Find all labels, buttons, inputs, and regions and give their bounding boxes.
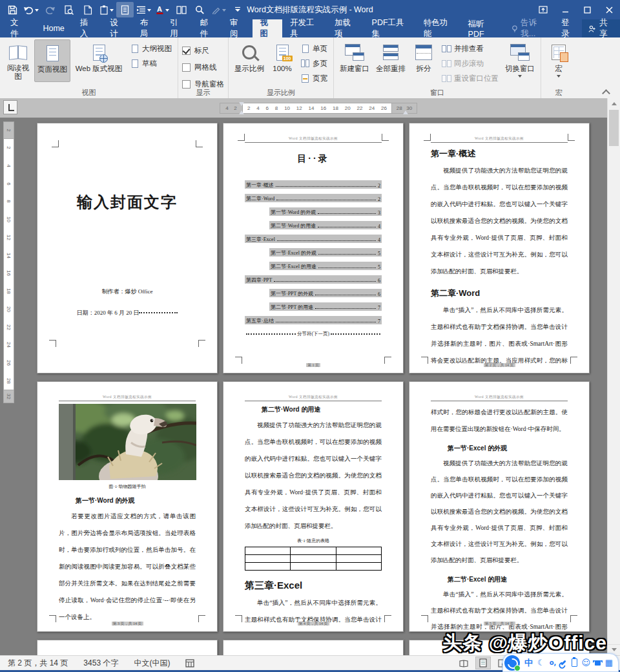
view-shortcut-read[interactable] xyxy=(456,656,471,669)
table-cell[interactable] xyxy=(291,547,336,555)
toc-entry[interactable]: 第五章·总结7 xyxy=(245,316,382,324)
reading-mode-button[interactable] xyxy=(116,2,134,17)
tell-me-button[interactable]: 告诉我... xyxy=(505,19,555,37)
draft-view-button[interactable]: 草稿 xyxy=(128,57,174,70)
page-width-button[interactable]: 页宽 xyxy=(298,72,329,85)
toc-entry[interactable]: 第一节·Excel 的外观5 xyxy=(269,248,382,257)
toc-entry[interactable]: 第一章·概述2 xyxy=(245,180,382,189)
ime-grid-icon[interactable]: ▦ xyxy=(605,658,613,667)
ime-mode-chinese[interactable]: 中 xyxy=(524,657,533,669)
split-button[interactable]: 拆分 xyxy=(409,39,438,82)
tab-pdf-toolset[interactable]: PDF工具集 xyxy=(364,19,416,37)
toc-entry[interactable]: 第二节·PPT 的用途7 xyxy=(269,302,382,311)
print-layout-button[interactable]: 页面视图 xyxy=(34,39,70,82)
tab-addins[interactable]: 加载项 xyxy=(327,19,364,37)
gridlines-checkbox-box[interactable] xyxy=(182,63,191,72)
paragraph-settings-button[interactable] xyxy=(135,2,152,17)
scrollbar-thumb[interactable] xyxy=(609,110,619,146)
status-word-count[interactable]: 3453 个字 xyxy=(76,658,126,669)
save-button[interactable] xyxy=(4,2,21,17)
customize-qat-button[interactable] xyxy=(229,2,246,17)
macros-dropdown-arrow[interactable] xyxy=(557,75,561,79)
vertical-scrollbar[interactable] xyxy=(607,98,620,655)
font-color-button[interactable]: A xyxy=(154,2,171,17)
ime-moon-icon[interactable]: ☾ xyxy=(537,658,545,667)
two-pages-button[interactable] xyxy=(172,2,190,17)
one-page-button[interactable]: 单页 xyxy=(298,42,329,55)
right-indent-marker[interactable] xyxy=(403,108,408,114)
new-document-button[interactable] xyxy=(79,2,96,17)
tab-special-features[interactable]: 特色功能 xyxy=(416,19,460,37)
sign-in-button[interactable]: 登录 xyxy=(555,19,582,37)
tab-review[interactable]: 审阅 xyxy=(222,19,252,37)
outline-view-button[interactable]: 大纲视图 xyxy=(128,42,174,55)
font-color-dropdown-arrow[interactable] xyxy=(165,9,169,14)
ime-punctuation[interactable]: o, xyxy=(550,659,557,666)
tab-view[interactable]: 视图 xyxy=(253,19,282,37)
table-cell[interactable] xyxy=(291,555,336,563)
toc-entry[interactable]: 第一节·Word 的外观3 xyxy=(269,207,382,216)
macros-button[interactable]: 宏 xyxy=(544,39,573,82)
read-view-button[interactable]: 阅读视图 xyxy=(3,39,33,82)
tab-design[interactable]: 设计 xyxy=(102,19,132,37)
maximize-button[interactable] xyxy=(576,0,598,19)
macro-recording-button[interactable] xyxy=(178,659,202,667)
new-window-button[interactable]: 新建窗口 xyxy=(337,39,372,82)
hanging-indent-marker[interactable] xyxy=(239,108,244,114)
toc-entry[interactable]: 第二节·Excel 的用途5 xyxy=(269,262,382,270)
table-cell[interactable] xyxy=(245,547,291,555)
paragraph-dropdown-arrow[interactable] xyxy=(147,9,151,14)
view-side-by-side-button[interactable]: 并排查看 xyxy=(440,42,501,55)
tab-mailings[interactable]: 邮件 xyxy=(192,19,222,37)
tab-home[interactable]: Home xyxy=(35,19,72,37)
view-shortcut-print-layout[interactable] xyxy=(475,656,491,669)
ime-logo-icon[interactable] xyxy=(504,655,520,671)
web-layout-button[interactable]: Web 版式视图 xyxy=(72,39,126,82)
ruler-checkbox-box[interactable] xyxy=(182,47,191,55)
ime-skin-icon[interactable] xyxy=(595,660,601,666)
toc-entry[interactable]: 第四章·PPT6 xyxy=(245,275,382,284)
tab-insert[interactable]: 插入 xyxy=(72,19,102,37)
table-cell[interactable] xyxy=(336,563,382,571)
ruler-checkbox[interactable]: 标尺 xyxy=(182,43,224,58)
status-language[interactable]: 中文(中国) xyxy=(126,658,178,669)
search-button[interactable] xyxy=(191,2,209,17)
undo-dropdown-arrow[interactable] xyxy=(35,9,39,14)
tab-references[interactable]: 引用 xyxy=(162,19,192,37)
status-page-count[interactable]: 第 2 页，共 14 页 xyxy=(0,658,76,669)
tab-developer[interactable]: 开发工具 xyxy=(282,19,327,37)
tab-foxit-pdf[interactable]: 福昕PDF xyxy=(460,19,505,37)
share-button[interactable]: 共享 xyxy=(582,19,620,37)
arrange-all-button[interactable]: 全部重排 xyxy=(373,39,408,82)
toc-entry[interactable]: 第二章·Word2 xyxy=(245,194,382,202)
ime-wrench-icon[interactable] xyxy=(561,660,567,666)
ime-emoji-icon[interactable]: ☺ xyxy=(582,658,591,667)
table-cell[interactable] xyxy=(245,555,291,563)
sample-table[interactable] xyxy=(245,547,382,571)
minimize-button[interactable] xyxy=(554,0,576,19)
zoom-100-button[interactable]: 100 100% xyxy=(268,39,296,82)
table-cell[interactable] xyxy=(291,563,336,571)
paste-button[interactable] xyxy=(98,2,115,17)
gridlines-checkbox[interactable]: 网格线 xyxy=(182,60,224,75)
toc-entry[interactable]: 第二节·Word 的用途4 xyxy=(269,221,382,229)
ribbon-display-options-button[interactable] xyxy=(532,0,554,19)
scroll-up-button[interactable] xyxy=(608,98,620,109)
collapse-ribbon-button[interactable] xyxy=(599,87,612,96)
zoom-button[interactable]: 显示比例 xyxy=(232,39,267,82)
table-cell[interactable] xyxy=(245,563,291,571)
paste-dropdown-arrow[interactable] xyxy=(110,9,114,14)
switch-windows-button[interactable]: 切换窗口 xyxy=(502,39,537,82)
switch-windows-dropdown-arrow[interactable] xyxy=(518,75,522,79)
close-button[interactable] xyxy=(598,0,620,19)
toc-entry[interactable]: 第三章·Excel4 xyxy=(245,235,382,243)
ime-clipboard-icon[interactable] xyxy=(572,658,577,667)
table-cell[interactable] xyxy=(336,555,382,563)
tab-file[interactable]: 文件 xyxy=(0,19,35,37)
table-cell[interactable] xyxy=(336,547,382,555)
tab-layout[interactable]: 布局 xyxy=(132,19,162,37)
undo-button[interactable] xyxy=(23,2,40,17)
toc-entry[interactable]: 第一节·PPT 的外观6 xyxy=(269,289,382,297)
tab-stop-selector[interactable] xyxy=(3,100,17,114)
multiple-pages-button[interactable]: 多页 xyxy=(298,57,329,70)
